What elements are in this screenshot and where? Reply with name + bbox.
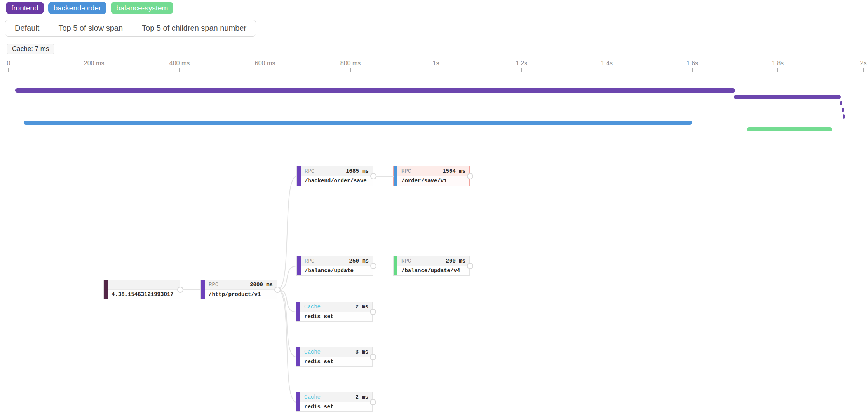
- edge-product-to-balance-update: [277, 266, 297, 290]
- waterfall-span-bar[interactable]: [843, 114, 845, 119]
- span-node-balance-update-v4[interactable]: RPC200 ms/balance/update/v4: [393, 256, 470, 276]
- span-duration: 1564 ms: [443, 168, 465, 174]
- tab-children-span-number[interactable]: Top 5 of children span number: [132, 20, 256, 36]
- time-axis-tick: [94, 68, 94, 72]
- time-axis-label: 2s: [860, 60, 867, 67]
- time-axis-label: 1.2s: [516, 60, 527, 67]
- time-axis-label: 1s: [433, 60, 439, 67]
- span-name: /backend/order/save: [305, 178, 367, 184]
- span-name: redis set: [304, 404, 334, 410]
- span-node-order-save-v1[interactable]: RPC1564 ms/order/save/v1: [393, 166, 470, 186]
- edge-product-to-cache-2: [277, 290, 296, 357]
- time-axis-tick: [863, 68, 864, 72]
- time-axis-tick: [521, 68, 522, 72]
- span-type-label: Cache: [304, 394, 321, 400]
- time-axis-tick: [8, 68, 9, 72]
- waterfall-span-bar[interactable]: [24, 121, 692, 125]
- span-node-cache-3[interactable]: Cache2 msredis set: [296, 392, 373, 412]
- tab-slow-span[interactable]: Top 5 of slow span: [49, 20, 132, 36]
- trace-view: frontendbackend-orderbalance-system Defa…: [0, 0, 868, 420]
- span-duration: 250 ms: [349, 258, 369, 264]
- span-node-balance-update[interactable]: RPC250 ms/balance/update: [296, 256, 373, 276]
- span-type-label: RPC: [305, 258, 314, 264]
- time-axis-label: 0: [7, 60, 10, 67]
- span-node-order-save[interactable]: RPC1685 ms/backend/order/save: [296, 166, 373, 186]
- span-type-label: Cache: [304, 349, 321, 355]
- span-duration: 1685 ms: [346, 168, 369, 174]
- time-axis-label: 1.4s: [601, 60, 613, 67]
- time-axis-tick: [607, 68, 607, 72]
- service-tag-list: frontendbackend-orderbalance-system: [6, 2, 173, 14]
- span-node-service-color-bar: [297, 256, 301, 275]
- service-tag-frontend[interactable]: frontend: [6, 2, 44, 14]
- span-duration: 2000 ms: [250, 282, 273, 288]
- edge-product-to-order-save: [277, 176, 297, 290]
- view-mode-tabs: DefaultTop 5 of slow spanTop 5 of childr…: [5, 20, 256, 37]
- span-node-service-color-bar: [296, 392, 300, 411]
- span-name: /balance/update: [305, 268, 354, 274]
- waterfall-span-bar[interactable]: [842, 108, 844, 112]
- time-axis-tick: [265, 68, 265, 72]
- span-node-service-color-bar: [104, 280, 108, 299]
- time-axis-label: 1.6s: [687, 60, 698, 67]
- span-duration: 3 ms: [355, 349, 368, 355]
- span-node-service-color-bar: [394, 256, 397, 275]
- time-axis-label: 800 ms: [340, 60, 361, 67]
- span-node-root[interactable]: 4.38.15463121993017: [103, 280, 180, 299]
- tab-default[interactable]: Default: [5, 20, 49, 36]
- span-name: /order/save/v1: [401, 178, 447, 184]
- time-axis-label: 200 ms: [84, 60, 104, 67]
- time-axis-tick: [179, 68, 180, 72]
- span-node-service-color-bar: [201, 280, 205, 299]
- span-node-service-color-bar: [296, 347, 300, 366]
- span-node-service-color-bar: [394, 166, 397, 186]
- span-name: /balance/update/v4: [401, 268, 460, 274]
- span-node-product[interactable]: RPC2000 ms/http/product/v1: [200, 280, 277, 299]
- span-node-service-color-bar: [297, 166, 301, 186]
- span-type-label: Cache: [304, 304, 321, 310]
- cache-duration-tooltip: Cache: 7 ms: [7, 44, 54, 54]
- span-name: /http/product/v1: [209, 291, 261, 298]
- span-node-cache-1[interactable]: Cache2 msredis set: [296, 302, 373, 322]
- time-axis-label: 600 ms: [255, 60, 275, 67]
- time-axis-tick: [692, 68, 693, 72]
- edge-product-to-cache-1: [277, 290, 296, 312]
- waterfall-span-bar[interactable]: [734, 95, 841, 99]
- waterfall-span-bar[interactable]: [15, 88, 736, 93]
- span-name: redis set: [304, 313, 334, 320]
- span-type-label: RPC: [401, 258, 411, 264]
- time-axis-label: 400 ms: [169, 60, 190, 67]
- waterfall-span-bar[interactable]: [747, 127, 832, 131]
- time-axis-label: 1.8s: [772, 60, 784, 67]
- span-type-label: RPC: [305, 168, 314, 174]
- span-name: 4.38.15463121993017: [112, 291, 174, 298]
- span-type-label: RPC: [401, 168, 411, 174]
- span-duration: 2 ms: [355, 304, 368, 310]
- span-node-service-color-bar: [296, 302, 300, 321]
- span-name: redis set: [304, 359, 334, 365]
- time-axis-tick: [777, 68, 778, 72]
- span-duration: 200 ms: [446, 258, 465, 264]
- edge-product-to-cache-3: [277, 290, 296, 402]
- service-tag-balance-system[interactable]: balance-system: [111, 2, 173, 14]
- waterfall-span-bar[interactable]: [840, 101, 842, 105]
- time-axis-tick: [350, 68, 351, 72]
- span-type-label: RPC: [209, 282, 218, 288]
- span-duration: 2 ms: [355, 394, 368, 400]
- span-node-cache-2[interactable]: Cache3 msredis set: [296, 347, 373, 367]
- time-axis-tick: [436, 68, 436, 72]
- service-tag-backend-order[interactable]: backend-order: [48, 2, 107, 14]
